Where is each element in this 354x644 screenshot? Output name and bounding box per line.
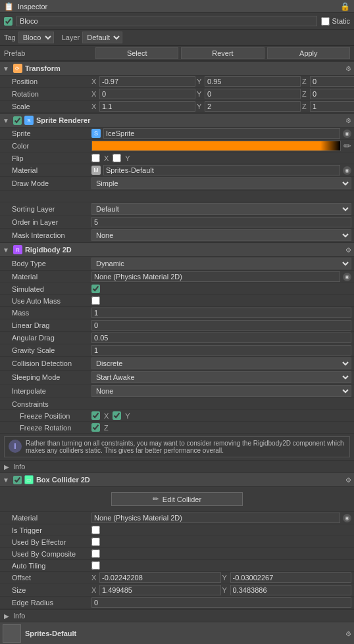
used-by-effector-label: Used By Effector xyxy=(0,537,89,547)
sprite-material-dot[interactable]: ◉ xyxy=(343,166,351,175)
object-enabled-checkbox[interactable] xyxy=(4,17,13,26)
layer-select[interactable]: Default xyxy=(82,32,122,43)
sprite-material-input[interactable] xyxy=(103,165,340,175)
auto-tiling-label: Auto Tiling xyxy=(0,561,89,571)
pos-y-input[interactable] xyxy=(205,76,301,87)
sprite-ref-input[interactable] xyxy=(103,128,340,139)
gravity-scale-input[interactable] xyxy=(91,345,351,356)
tag-select[interactable]: Bloco xyxy=(18,32,54,43)
rotation-xyz: X Y Z xyxy=(91,89,354,99)
bc-material-label: Material xyxy=(0,513,89,523)
size-value: X Y xyxy=(89,584,354,596)
info-row-1[interactable]: ▶ Info xyxy=(0,460,354,472)
rot-y-input[interactable] xyxy=(205,89,301,99)
info-row-2[interactable]: ▶ Info xyxy=(0,609,354,622)
rb-material-dot[interactable]: ◉ xyxy=(343,273,351,281)
use-auto-mass-row: Use Auto Mass xyxy=(0,295,354,307)
mass-value xyxy=(89,307,354,319)
sprite-renderer-section-header[interactable]: ▼ S Sprite Renderer ⚙ xyxy=(0,113,354,127)
collision-detection-select[interactable]: Discrete xyxy=(91,357,351,369)
body-type-select[interactable]: Dynamic xyxy=(91,258,351,269)
pos-z-input[interactable] xyxy=(310,76,354,87)
pos-x-input[interactable] xyxy=(99,76,195,87)
position-xyz: X Y Z xyxy=(91,76,354,87)
freeze-pos-x-checkbox[interactable] xyxy=(91,411,100,420)
sc-y-input[interactable] xyxy=(205,101,301,112)
sc-y-label: Y xyxy=(197,103,203,110)
offset-x-input[interactable] xyxy=(99,572,221,583)
prefab-apply-button[interactable]: Apply xyxy=(267,47,350,59)
sprite-renderer-enabled-checkbox[interactable] xyxy=(13,116,22,125)
static-checkbox[interactable] xyxy=(321,17,330,26)
use-auto-mass-value xyxy=(89,296,354,306)
sorting-layer-select[interactable]: Default xyxy=(91,203,351,215)
transform-settings-icon[interactable]: ⚙ xyxy=(345,65,351,72)
rot-x-input[interactable] xyxy=(99,89,195,99)
simulated-checkbox[interactable] xyxy=(91,285,100,293)
box-collider2d-settings-icon[interactable]: ⚙ xyxy=(345,476,351,484)
interpolate-select[interactable]: None xyxy=(91,385,351,397)
mask-interaction-label: Mask Interaction xyxy=(0,230,89,241)
size-x-input[interactable] xyxy=(99,585,221,595)
edit-collider-button[interactable]: ✏ Edit Collider xyxy=(111,492,243,506)
interpolate-label: Interpolate xyxy=(0,386,89,396)
sc-x-input[interactable] xyxy=(99,101,195,112)
flip-row: Flip X Y xyxy=(0,152,354,164)
mass-input[interactable] xyxy=(91,308,351,318)
size-y-input[interactable] xyxy=(230,585,352,595)
freeze-pos-options: X Y xyxy=(91,411,130,420)
color-label: Color xyxy=(0,141,89,151)
rb-material-input[interactable] xyxy=(91,271,340,282)
flip-y-checkbox[interactable] xyxy=(113,154,121,162)
prefab-select-button[interactable]: Select xyxy=(95,47,178,59)
object-name-row: Static xyxy=(0,13,354,30)
auto-tiling-checkbox[interactable] xyxy=(91,561,100,570)
order-in-layer-input[interactable] xyxy=(91,217,351,227)
lock-icon[interactable]: 🔒 xyxy=(340,2,350,11)
sorting-layer-label: Sorting Layer xyxy=(0,204,89,214)
draw-mode-select[interactable]: Simple xyxy=(91,177,351,189)
constraints-label: Constraints xyxy=(0,399,89,409)
color-bar-row[interactable]: ✏ xyxy=(91,141,351,151)
use-auto-mass-checkbox[interactable] xyxy=(91,296,100,305)
is-trigger-checkbox[interactable] xyxy=(91,526,100,534)
bc-material-dot[interactable]: ◉ xyxy=(343,514,351,522)
material-settings-icon[interactable]: ⚙ xyxy=(345,630,351,637)
color-bar[interactable] xyxy=(91,141,341,151)
sc-z-label: Z xyxy=(302,103,309,110)
mask-interaction-select[interactable]: None xyxy=(91,229,351,241)
rigidbody2d-section-header[interactable]: ▼ R Rigidbody 2D ⚙ xyxy=(0,242,354,257)
sprite-material-icon: M xyxy=(91,166,101,175)
box-collider2d-section-header[interactable]: ▼ ▭ Box Collider 2D ⚙ xyxy=(0,472,354,487)
sleeping-mode-select[interactable]: Start Awake xyxy=(91,371,351,383)
sc-z-input[interactable] xyxy=(310,101,354,112)
rot-z-input[interactable] xyxy=(310,89,354,99)
bc-material-input[interactable] xyxy=(91,513,340,523)
offset-y-input[interactable] xyxy=(230,572,352,583)
linear-drag-input[interactable] xyxy=(91,320,351,331)
used-by-composite-checkbox[interactable] xyxy=(91,549,100,558)
box-collider2d-enabled-checkbox[interactable] xyxy=(13,476,22,484)
freeze-pos-y-checkbox[interactable] xyxy=(113,411,121,420)
tag-layer-row: Tag Bloco Layer Default xyxy=(0,30,354,46)
rb-material-row: Material ◉ xyxy=(0,271,354,283)
sprite-ref-dot[interactable]: ◉ xyxy=(343,129,351,138)
sprite-material-ref: M ◉ xyxy=(91,165,351,175)
transform-section-header[interactable]: ▼ ⟳ Transform ⚙ xyxy=(0,61,354,76)
interpolate-row: Interpolate None xyxy=(0,384,354,398)
prefab-revert-button[interactable]: Revert xyxy=(181,47,264,59)
color-edit-icon[interactable]: ✏ xyxy=(343,141,351,151)
rigidbody2d-settings-icon[interactable]: ⚙ xyxy=(345,246,351,254)
freeze-position-value: X Y xyxy=(89,411,354,421)
angular-drag-input[interactable] xyxy=(91,333,351,343)
static-toggle[interactable]: Static xyxy=(321,17,350,26)
freeze-rot-z-checkbox[interactable] xyxy=(91,423,100,432)
object-name-input[interactable] xyxy=(16,16,317,26)
used-by-effector-checkbox[interactable] xyxy=(91,538,100,546)
edge-radius-input[interactable] xyxy=(91,597,351,608)
sprite-renderer-settings-icon[interactable]: ⚙ xyxy=(345,117,351,124)
flip-x-checkbox[interactable] xyxy=(91,154,100,162)
sorting-layer-row: Sorting Layer Default xyxy=(0,202,354,216)
transform-icon: ⟳ xyxy=(13,64,22,73)
interpolate-value: None xyxy=(89,384,354,398)
